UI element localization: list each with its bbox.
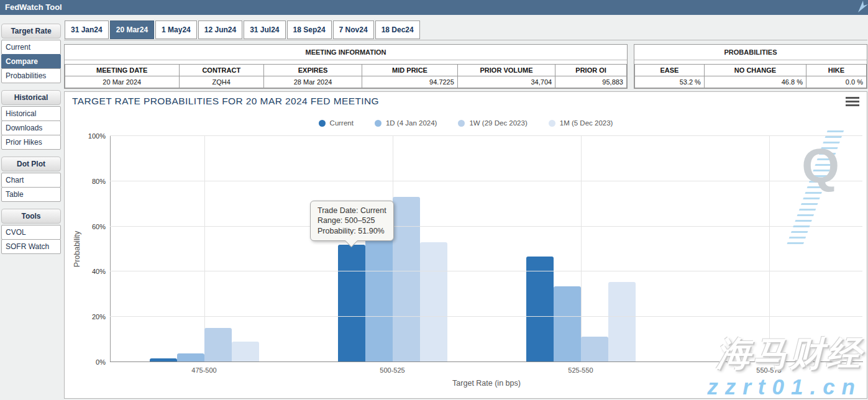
bar-1m-5-dec-2023-525-550[interactable] <box>608 282 636 361</box>
sidebar-section-historical: HistoricalHistoricalDownloadsPrior Hikes <box>1 90 61 150</box>
y-tick-40: 40% <box>81 268 106 275</box>
legend-dot-1d-4-jan-2024 <box>375 120 381 127</box>
legend-dot-1m-5-dec-2023 <box>549 120 555 127</box>
bar-current-525-550[interactable] <box>526 257 554 361</box>
sidebar-item-cvol[interactable]: CVOL <box>1 225 61 240</box>
sidebar: Target RateCurrentCompareProbabilitiesHi… <box>0 15 63 400</box>
sidebar-section-header-dot-plot: Dot Plot <box>1 157 61 171</box>
meeting-information-table: MEETING DATECONTRACTEXPIRESMID PRICEPRIO… <box>65 64 627 88</box>
x-tick-label-475-500: 475-500 <box>110 366 298 374</box>
watermark-site-url: zzrt01.cn <box>707 375 862 399</box>
hamburger-menu-icon[interactable] <box>846 97 859 108</box>
bar-1d-4-jan-2024-525-550[interactable] <box>554 286 581 361</box>
sidebar-section-header-tools: Tools <box>1 209 61 224</box>
legend-item-1w-29-dec-2023[interactable]: 1W (29 Dec 2023) <box>458 119 527 127</box>
date-tab-31-jan24[interactable]: 31 Jan24 <box>65 20 109 39</box>
sidebar-item-probabilities[interactable]: Probabilities <box>1 68 61 83</box>
y-tick-60: 60% <box>81 223 106 230</box>
column-header-mid-price: MID PRICE <box>362 65 458 76</box>
date-tab-31-jul24[interactable]: 31 Jul24 <box>244 20 285 39</box>
chart-legend: Current1D (4 Jan 2024)1W (29 Dec 2023)1M… <box>65 119 867 127</box>
y-axis-title: Probability <box>73 231 81 267</box>
bar-1w-29-dec-2023-475-500[interactable] <box>204 328 232 361</box>
legend-dot-1w-29-dec-2023 <box>458 120 465 127</box>
sidebar-item-historical[interactable]: Historical <box>1 106 61 121</box>
column-header-expires: EXPIRES <box>264 65 362 76</box>
column-header-ease: EASE <box>635 65 705 76</box>
probabilities-panel: PROBABILITIES EASENO CHANGEHIKE53.2 %46.… <box>634 44 867 89</box>
y-tick-100: 100% <box>81 132 106 140</box>
info-tables: MEETING INFORMATION MEETING DATECONTRACT… <box>64 44 867 89</box>
vertical-gridline-550-575 <box>769 136 770 362</box>
cell-meeting-date: 20 Mar 2024 <box>65 76 180 88</box>
gridline-100 <box>110 135 862 136</box>
gridline-40 <box>110 271 862 271</box>
bar-groups <box>110 136 863 362</box>
bird-icon[interactable] <box>857 1 868 18</box>
y-tick-80: 80% <box>81 178 106 185</box>
category-group-500-525 <box>298 136 487 362</box>
tooltip-probability: Probability: 51.90% <box>318 226 386 236</box>
legend-label-1w-29-dec-2023: 1W (29 Dec 2023) <box>469 119 527 127</box>
legend-item-1d-4-jan-2024[interactable]: 1D (4 Jan 2024) <box>375 119 437 127</box>
cell-hike: 0.0 % <box>806 76 867 88</box>
bar-1d-4-jan-2024-500-525[interactable] <box>365 220 393 361</box>
tooltip-range: Range: 500–525 <box>318 216 386 225</box>
sidebar-item-prior-hikes[interactable]: Prior Hikes <box>1 135 61 150</box>
date-tab-7-nov24[interactable]: 7 Nov24 <box>333 20 374 39</box>
x-tick-label-500-525: 500-525 <box>298 366 487 374</box>
bar-1m-5-dec-2023-500-525[interactable] <box>420 242 447 361</box>
cell-prior-oi: 95,883 <box>555 76 627 88</box>
quikstrike-logo-q: Q <box>802 142 839 190</box>
bar-1d-4-jan-2024-475-500[interactable] <box>177 353 204 361</box>
bar-current-500-525[interactable] <box>338 245 365 361</box>
bars-475-500 <box>150 328 259 361</box>
date-tab-1-may24[interactable]: 1 May24 <box>155 20 197 39</box>
chart-title: TARGET RATE PROBABILITIES FOR 20 MAR 202… <box>72 96 379 107</box>
date-tab-18-sep24[interactable]: 18 Sep24 <box>287 20 332 39</box>
legend-item-1m-5-dec-2023[interactable]: 1M (5 Dec 2023) <box>549 119 613 127</box>
bar-1w-29-dec-2023-500-525[interactable] <box>393 197 420 361</box>
sidebar-section-header-historical: Historical <box>1 90 61 105</box>
column-header-prior-oi: PRIOR OI <box>555 65 627 76</box>
sidebar-item-chart[interactable]: Chart <box>1 173 61 188</box>
sidebar-item-sofr-watch[interactable]: SOFR Watch <box>1 239 61 254</box>
column-header-no-change: NO CHANGE <box>704 65 806 76</box>
cell-ease: 53.2 % <box>635 76 705 88</box>
bar-1m-5-dec-2023-475-500[interactable] <box>232 342 259 361</box>
column-header-hike: HIKE <box>806 65 867 76</box>
y-tick-20: 20% <box>81 313 106 320</box>
gridline-80 <box>110 181 862 181</box>
chart-tooltip: Trade Date: Current Range: 500–525 Proba… <box>310 201 394 241</box>
category-group-525-550 <box>487 136 675 362</box>
legend-label-current: Current <box>330 119 354 127</box>
date-tab-12-jun24[interactable]: 12 Jun24 <box>198 20 242 39</box>
cell-no-change: 46.8 % <box>704 76 806 88</box>
meeting-date-tabs: 31 Jan2420 Mar241 May2412 Jun2431 Jul241… <box>64 15 867 40</box>
sidebar-item-downloads[interactable]: Downloads <box>1 120 61 135</box>
sidebar-item-current[interactable]: Current <box>1 40 61 55</box>
gridline-20 <box>110 316 862 317</box>
cell-prior-volume: 34,704 <box>457 76 555 88</box>
tooltip-trade-date: Trade Date: Current <box>318 206 386 216</box>
sidebar-section-header-target-rate: Target Rate <box>1 24 61 39</box>
category-group-475-500 <box>110 136 298 362</box>
watermark-site-name: 海马财经 <box>716 331 863 377</box>
app-title: FedWatch Tool <box>5 2 62 12</box>
column-header-meeting-date: MEETING DATE <box>65 65 180 76</box>
app-header: FedWatch Tool <box>0 0 868 15</box>
sidebar-item-table[interactable]: Table <box>1 187 61 202</box>
cell-mid-price: 94.7225 <box>362 76 458 88</box>
sidebar-item-compare[interactable]: Compare <box>1 54 61 69</box>
bar-1w-29-dec-2023-525-550[interactable] <box>581 337 608 361</box>
date-tab-18-dec24[interactable]: 18 Dec24 <box>375 20 420 39</box>
sidebar-section-tools: ToolsCVOLSOFR Watch <box>1 209 61 254</box>
column-header-prior-volume: PRIOR VOLUME <box>457 65 555 76</box>
chart-panel: TARGET RATE PROBABILITIES FOR 20 MAR 202… <box>64 91 867 399</box>
date-tab-20-mar24[interactable]: 20 Mar24 <box>110 20 154 39</box>
x-tick-label-525-550: 525-550 <box>487 366 675 374</box>
legend-item-current[interactable]: Current <box>319 119 354 127</box>
bars-525-550 <box>526 257 636 361</box>
y-tick-0: 0% <box>81 358 106 366</box>
meeting-information-panel: MEETING INFORMATION MEETING DATECONTRACT… <box>64 44 628 89</box>
